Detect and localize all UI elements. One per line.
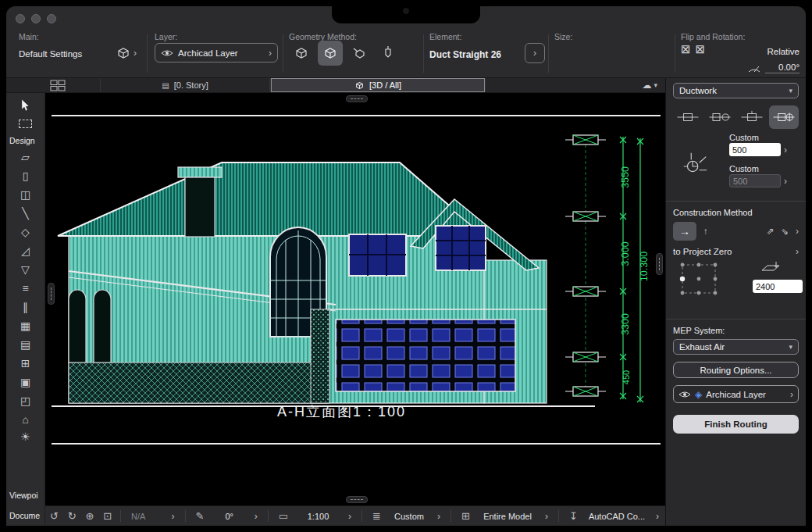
mep-system-dropdown[interactable]: Exhaust Air ▾: [673, 339, 799, 355]
duct-segment-icon: [676, 110, 700, 124]
duct-rise-icon[interactable]: ⇗: [767, 226, 775, 237]
pane-splitter-bottom[interactable]: [346, 496, 368, 503]
flip-vertical-icon[interactable]: ⊠: [696, 42, 706, 56]
stone-pillar: [311, 309, 329, 403]
slab-elevation-icon: [760, 261, 781, 275]
chevron-right-icon: ›: [533, 48, 536, 58]
teamwork-dropdown[interactable]: ☁ ▾: [642, 80, 657, 91]
default-settings-button[interactable]: ›: [112, 43, 141, 63]
layer-dropdown[interactable]: Archicad Layer ›: [155, 43, 278, 62]
select-tool[interactable]: [12, 95, 40, 114]
zone-tool[interactable]: ▣: [12, 373, 40, 391]
segment-straight-button[interactable]: [673, 105, 703, 129]
chevron-down-icon: ▾: [654, 82, 657, 89]
cloud-icon: ☁: [642, 80, 651, 91]
view-tab-bar: ▤ [0. Story] [3D / All] ☁ ▾: [6, 78, 665, 93]
element-flyout-button[interactable]: ›: [525, 43, 545, 63]
zoom-in-icon[interactable]: ⊕: [81, 510, 99, 522]
dim-lower: 3300: [620, 313, 631, 335]
roof-tool[interactable]: ◿: [12, 241, 40, 260]
close-button[interactable]: [16, 14, 25, 23]
translator-dropdown[interactable]: ↧ AutoCAD Co... ›: [563, 510, 665, 522]
duct-geometry-icon: [294, 45, 309, 61]
drawing-canvas[interactable]: 3550 3.000 10.300 3300 450 A-H立面图1：100: [45, 93, 665, 505]
reference-level-value: to Project Zero: [673, 247, 732, 256]
tab-3d-all[interactable]: [3D / All]: [270, 78, 486, 92]
duct-drop-icon[interactable]: ⇘: [781, 226, 789, 237]
chevron-right-icon: ›: [656, 512, 659, 521]
morph-tool[interactable]: ⌂: [12, 410, 40, 429]
element-type-dropdown[interactable]: Ductwork ▾: [673, 83, 799, 98]
geometry-vertical-button[interactable]: [376, 41, 401, 66]
redo-icon[interactable]: ↻: [63, 510, 81, 522]
elevation-input[interactable]: 2400: [753, 280, 803, 293]
divider: [666, 319, 806, 320]
quad-view-button[interactable]: [50, 80, 66, 91]
minimize-button[interactable]: [31, 14, 41, 23]
layer-combination-dropdown[interactable]: ≣ Custom ›: [366, 510, 447, 522]
angle-dropdown[interactable]: ✎ 0° ›: [190, 510, 264, 522]
infobox-flip-section: Flip and Rotation: ⊠ ⊠ Relative 0.00°: [679, 6, 801, 77]
quick-options-bar: ↺ ↻ ⊕ ⊡ N/A › ✎ 0° › ▭ 1:100 › ≣ Custom …: [45, 505, 665, 526]
object-tool[interactable]: ⊞: [12, 354, 40, 373]
grid-icon: ⊞: [461, 510, 470, 522]
size-label: Size:: [554, 32, 572, 41]
panel-layer-dropdown[interactable]: ◈ Archicad Layer ›: [673, 385, 799, 403]
width-input[interactable]: 500: [729, 143, 781, 156]
slab-tool[interactable]: ▦: [12, 316, 40, 335]
elevation-drawing: 3550 3.000 10.300 3300 450 A-H立面图1：100: [45, 93, 665, 505]
beam-tool[interactable]: ╲: [12, 204, 40, 223]
route-vertical-button[interactable]: ↑: [703, 227, 708, 236]
marquee-tool[interactable]: [12, 114, 40, 133]
anchor-point-grid[interactable]: [678, 261, 720, 297]
stair-tool[interactable]: ≡: [12, 279, 40, 298]
pane-splitter-top[interactable]: [346, 95, 368, 102]
garage-door: [336, 320, 515, 391]
mep-system-value: Exhaust Air: [679, 342, 725, 352]
structure-filter-dropdown[interactable]: ⊞ Entire Model ›: [455, 510, 554, 522]
routing-options-button[interactable]: Routing Options...: [673, 362, 799, 378]
segment-terminal-button[interactable]: [769, 105, 799, 129]
window-tool[interactable]: ◫: [12, 185, 40, 204]
ruler-icon: ▭: [279, 510, 288, 522]
scale-dropdown[interactable]: ▭ 1:100 ›: [272, 510, 358, 522]
geometry-straight-button[interactable]: [289, 41, 314, 66]
snap-dropdown[interactable]: N/A ›: [125, 512, 180, 521]
flip-horizontal-icon[interactable]: ⊠: [681, 42, 691, 56]
finish-routing-button[interactable]: Finish Routing: [673, 415, 799, 434]
dim-total: 10.300: [639, 252, 650, 281]
zoom-fit-icon[interactable]: ⊡: [98, 510, 116, 522]
geometry-chained-button[interactable]: [318, 41, 343, 66]
duct-segment-icon: [772, 110, 796, 124]
tab-story[interactable]: ▤ [0. Story]: [100, 78, 270, 92]
panel-layer-value: Archicad Layer: [706, 390, 766, 399]
route-horizontal-button[interactable]: →: [673, 222, 696, 241]
camera-dot: [403, 8, 409, 14]
curtain-wall-tool[interactable]: ▤: [12, 335, 40, 354]
mesh-tool[interactable]: ◰: [12, 391, 40, 410]
chevron-right-icon: ›: [269, 48, 272, 58]
height-input[interactable]: 500: [729, 174, 781, 187]
segment-fitting-button[interactable]: [705, 105, 735, 129]
app-window: Main: Default Settings › Layer: Archicad…: [6, 6, 806, 526]
undo-icon[interactable]: ↺: [45, 510, 63, 522]
translator-value: AutoCAD Co...: [589, 512, 645, 521]
pane-splitter-left[interactable]: [48, 283, 55, 305]
door-tool[interactable]: ▯: [12, 166, 40, 185]
zoom-button[interactable]: [47, 14, 56, 23]
snap-value: N/A: [131, 512, 145, 521]
width-label: Custom: [729, 133, 759, 142]
sun-icon[interactable]: ☀: [20, 430, 30, 443]
shell-tool[interactable]: ▽: [12, 260, 40, 279]
column-tool[interactable]: ◇: [12, 223, 40, 241]
segment-branch-button[interactable]: [737, 105, 767, 129]
routing-panel: Ductwork ▾ Custom 500 ›: [665, 78, 806, 526]
railing-tool[interactable]: ∥: [12, 298, 40, 316]
rotation-angle-input[interactable]: 0.00°: [765, 62, 800, 73]
wall-tool[interactable]: ▱: [12, 148, 40, 166]
geometry-rise-button[interactable]: [347, 41, 372, 66]
angle-value: 0°: [225, 512, 233, 521]
reference-level-dropdown[interactable]: to Project Zero ›: [673, 247, 799, 256]
camera-notch: [332, 0, 480, 23]
pane-splitter-right[interactable]: [656, 253, 663, 275]
